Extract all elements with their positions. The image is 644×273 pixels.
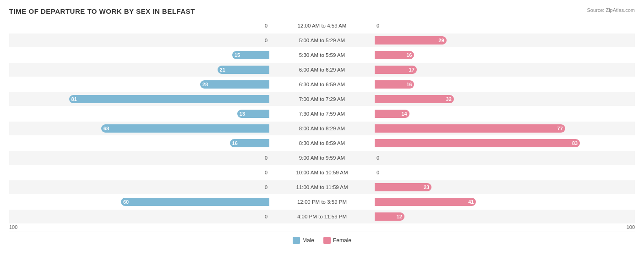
bars-wrapper: 16 8:30 AM to 8:59 AM 83 xyxy=(9,136,635,150)
male-bar: 68 xyxy=(101,124,269,133)
row-label: 6:00 AM to 6:29 AM xyxy=(269,67,375,72)
row-label: 4:00 PM to 11:59 PM xyxy=(269,214,375,219)
male-side: 13 xyxy=(9,109,269,119)
female-value: 29 xyxy=(436,38,446,43)
male-side: 81 xyxy=(9,94,269,104)
male-side: 16 xyxy=(9,138,269,148)
male-bar: 21 xyxy=(218,66,269,74)
bars-wrapper: 81 7:00 AM to 7:29 AM 32 xyxy=(9,92,635,106)
chart-row: 0 4:00 PM to 11:59 PM 12 xyxy=(9,210,635,223)
row-label: 7:00 AM to 7:29 AM xyxy=(269,96,375,102)
male-value-outside: 0 xyxy=(265,184,267,190)
female-value: 23 xyxy=(421,184,431,190)
axis-left-label: 100 xyxy=(9,224,17,230)
row-label: 12:00 PM to 3:59 PM xyxy=(269,199,375,205)
male-bar: 16 xyxy=(230,139,269,147)
male-value-outside: 0 xyxy=(265,155,267,161)
female-side: 17 xyxy=(375,65,635,75)
female-value: 14 xyxy=(399,111,409,117)
axis-line xyxy=(9,232,635,232)
legend-male-label: Male xyxy=(302,237,314,244)
bars-wrapper: 13 7:30 AM to 7:59 AM 14 xyxy=(9,107,635,121)
male-bar: 81 xyxy=(69,95,269,103)
female-value: 16 xyxy=(404,82,414,87)
female-bar: 23 xyxy=(375,183,431,191)
male-side: 0 xyxy=(9,153,269,163)
female-bar: 12 xyxy=(375,212,404,221)
male-side: 15 xyxy=(9,50,269,60)
bars-wrapper: 0 12:00 AM to 4:59 AM 0 xyxy=(9,19,635,33)
female-value: 77 xyxy=(555,126,565,131)
female-bar: 41 xyxy=(375,198,476,206)
male-value: 60 xyxy=(121,199,131,205)
row-label: 8:30 AM to 8:59 AM xyxy=(269,140,375,146)
chart-row: 0 5:00 AM to 5:29 AM 29 xyxy=(9,33,635,47)
row-label: 12:00 AM to 4:59 AM xyxy=(269,23,375,28)
chart-row: 0 12:00 AM to 4:59 AM 0 xyxy=(9,19,635,33)
male-bar: 28 xyxy=(200,80,269,89)
bars-wrapper: 0 4:00 PM to 11:59 PM 12 xyxy=(9,210,635,223)
row-label: 5:00 AM to 5:29 AM xyxy=(269,38,375,43)
axis-right-label: 100 xyxy=(627,224,635,230)
chart-row: 0 9:00 AM to 9:59 AM 0 xyxy=(9,151,635,165)
rows-container: 0 12:00 AM to 4:59 AM 0 0 5:00 AM to 5:2… xyxy=(9,19,635,223)
female-side: 32 xyxy=(375,94,635,104)
female-value-outside: 0 xyxy=(377,170,379,175)
female-bar: 32 xyxy=(375,95,454,103)
chart-row: 0 11:00 AM to 11:59 AM 23 xyxy=(9,180,635,194)
chart-row: 15 5:30 AM to 5:59 AM 16 xyxy=(9,48,635,62)
female-value: 41 xyxy=(466,199,476,205)
chart-row: 0 10:00 AM to 10:59 AM 0 xyxy=(9,166,635,179)
female-bar: 17 xyxy=(375,66,417,74)
male-value: 28 xyxy=(200,82,210,87)
chart-row: 60 12:00 PM to 3:59 PM 41 xyxy=(9,195,635,209)
male-side: 0 xyxy=(9,212,269,222)
male-value-outside: 0 xyxy=(265,23,267,28)
female-side: 16 xyxy=(375,79,635,89)
axis-labels: 100 100 xyxy=(9,224,635,230)
female-side: 0 xyxy=(375,167,635,178)
chart-container: TIME OF DEPARTURE TO WORK BY SEX IN BELF… xyxy=(0,0,644,273)
legend-female-box xyxy=(323,237,331,244)
row-label: 5:30 AM to 5:59 AM xyxy=(269,52,375,58)
legend: Male Female xyxy=(9,237,635,244)
female-value-outside: 0 xyxy=(377,155,379,161)
female-bar: 29 xyxy=(375,36,447,45)
male-bar: 15 xyxy=(232,51,269,59)
bars-wrapper: 28 6:30 AM to 6:59 AM 16 xyxy=(9,78,635,91)
male-value: 16 xyxy=(230,140,240,146)
female-value-outside: 0 xyxy=(377,23,379,28)
male-side: 68 xyxy=(9,123,269,134)
chart-title: TIME OF DEPARTURE TO WORK BY SEX IN BELF… xyxy=(9,7,635,15)
male-value-outside: 0 xyxy=(265,170,267,175)
male-value: 81 xyxy=(69,96,79,102)
female-bar: 14 xyxy=(375,110,409,118)
legend-female: Female xyxy=(323,237,351,244)
legend-male-box xyxy=(293,237,300,244)
male-bar: 60 xyxy=(121,198,269,206)
male-side: 0 xyxy=(9,35,269,45)
male-value: 68 xyxy=(101,126,111,131)
legend-female-label: Female xyxy=(333,237,351,244)
female-value: 32 xyxy=(444,96,454,102)
female-value: 12 xyxy=(394,214,404,219)
chart-row: 21 6:00 AM to 6:29 AM 17 xyxy=(9,63,635,77)
female-side: 83 xyxy=(375,138,635,148)
bars-wrapper: 0 10:00 AM to 10:59 AM 0 xyxy=(9,166,635,179)
female-side: 77 xyxy=(375,123,635,134)
bars-wrapper: 68 8:00 AM to 8:29 AM 77 xyxy=(9,122,635,135)
female-bar: 16 xyxy=(375,80,414,89)
chart-row: 28 6:30 AM to 6:59 AM 16 xyxy=(9,78,635,91)
male-value: 21 xyxy=(218,67,228,72)
chart-row: 13 7:30 AM to 7:59 AM 14 xyxy=(9,107,635,121)
bars-wrapper: 0 11:00 AM to 11:59 AM 23 xyxy=(9,180,635,194)
male-value: 13 xyxy=(237,111,247,117)
row-label: 8:00 AM to 8:29 AM xyxy=(269,126,375,131)
row-label: 10:00 AM to 10:59 AM xyxy=(269,170,375,175)
female-bar: 77 xyxy=(375,124,565,133)
female-side: 29 xyxy=(375,35,635,45)
female-side: 23 xyxy=(375,182,635,192)
female-value: 83 xyxy=(570,140,580,146)
bars-wrapper: 15 5:30 AM to 5:59 AM 16 xyxy=(9,48,635,62)
female-side: 41 xyxy=(375,197,635,207)
